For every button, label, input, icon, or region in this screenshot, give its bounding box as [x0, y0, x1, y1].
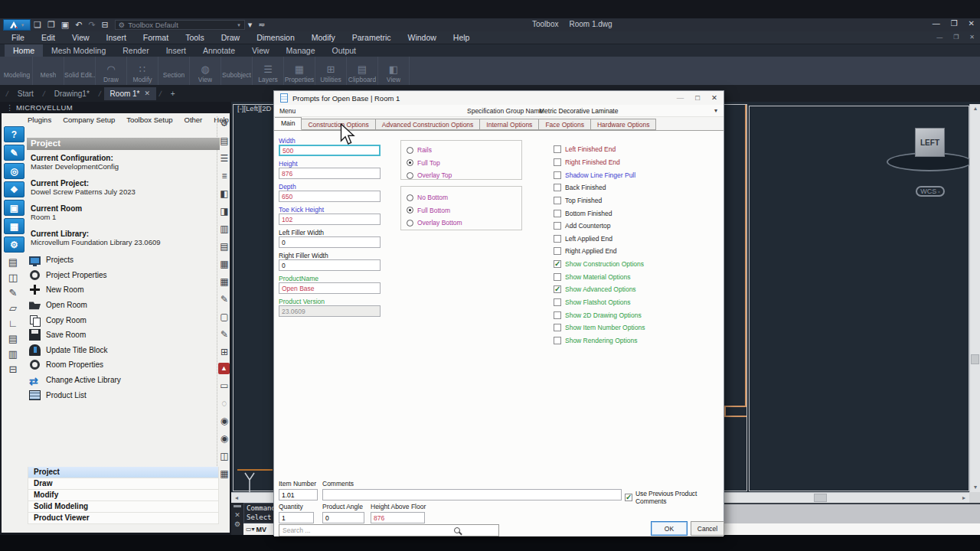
field-input[interactable]: 0 — [279, 236, 381, 248]
viewcube[interactable]: LEFT — [915, 128, 945, 157]
search-input[interactable]: Search ... — [279, 524, 499, 536]
ribbon-tab[interactable]: Mesh Modeling — [43, 44, 114, 57]
palette-menu-item[interactable]: Company Setup — [63, 116, 115, 124]
ribbon-button[interactable]: Section — [158, 57, 190, 85]
accordion-section[interactable]: Draw — [28, 478, 219, 490]
checkbox-row[interactable]: Back Finished — [554, 181, 714, 194]
dialog-tab[interactable]: Hardware Options — [591, 119, 657, 130]
item-number-field[interactable]: 1.01 — [279, 489, 318, 500]
redo-icon[interactable]: ↷ — [85, 19, 98, 31]
file-tab[interactable]: Room 1*✕ — [104, 87, 156, 100]
ribbon-tab[interactable]: Home — [5, 44, 43, 57]
ok-button[interactable]: OK — [651, 521, 688, 536]
checkbox-row[interactable]: Show Construction Options — [554, 258, 714, 271]
ribbon-button[interactable]: Solid Edit... — [64, 57, 96, 85]
ruler-icon[interactable]: ∟ — [5, 318, 21, 330]
chevron-down-icon[interactable]: ▾ — [714, 107, 717, 114]
menu-item[interactable]: Parametric — [344, 33, 400, 42]
ribbon-button[interactable]: ◠ Draw — [96, 57, 127, 85]
ribbon-tab[interactable]: Manage — [278, 44, 324, 57]
dimension-icon[interactable]: ▭ — [217, 379, 231, 393]
scroll-up-icon[interactable]: ▴ — [970, 104, 980, 113]
export-file-icon[interactable]: ▥ — [5, 348, 21, 360]
restore-icon[interactable]: ❐ — [951, 34, 961, 41]
checkbox-row[interactable]: Right Finished End — [554, 156, 714, 169]
undo-icon[interactable]: ↶ — [72, 19, 85, 31]
ribbon-button[interactable]: ◧ View — [378, 57, 410, 85]
checkbox[interactable] — [554, 210, 561, 217]
dialog-tab[interactable]: Main — [275, 117, 302, 130]
report-icon[interactable]: ▦ — [217, 257, 231, 272]
checkbox-row[interactable]: Bottom Finished — [554, 207, 714, 220]
radio-button[interactable] — [407, 159, 413, 166]
workspace-combo[interactable]: ⚙Toolbox Default ▾ — [115, 20, 245, 30]
radio-button[interactable] — [407, 220, 413, 227]
close-icon[interactable]: ✕ — [967, 34, 977, 41]
pencil-icon[interactable]: ✎ — [217, 292, 231, 307]
palette-menu-item[interactable]: Toolbox Setup — [126, 116, 172, 124]
ribbon-tab[interactable]: Annotate — [194, 44, 243, 57]
maximize-icon[interactable]: □ — [695, 93, 700, 102]
app-logo-button[interactable]: ▾ — [3, 19, 31, 31]
accordion-section[interactable]: Project — [28, 467, 219, 478]
ribbon-tab[interactable]: Render — [114, 44, 157, 57]
field-input[interactable]: Open Base — [279, 282, 381, 294]
restore-icon[interactable]: ❐ — [949, 19, 960, 28]
field-input[interactable]: 500 — [279, 145, 381, 156]
ribbon-button[interactable]: Mesh — [33, 57, 64, 85]
file-tab[interactable]: Drawing1* — [48, 87, 96, 100]
checkbox-row[interactable]: Show Advanced Options — [554, 283, 714, 296]
checkbox[interactable] — [554, 298, 561, 306]
selection-icon[interactable]: ◌ — [217, 396, 231, 411]
db-stack-icon[interactable]: ≡ — [217, 169, 231, 184]
checkbox[interactable] — [554, 184, 561, 191]
field-input[interactable]: 0 — [279, 259, 381, 271]
wrench-icon[interactable]: ⚙ — [231, 520, 243, 529]
wcs-badge[interactable]: WCS▫ — [916, 186, 945, 197]
menu-item[interactable]: Draw — [213, 33, 249, 42]
action-item[interactable]: Room Properties — [29, 357, 213, 373]
checkbox-row[interactable]: Top Finished — [554, 194, 714, 207]
quantity-field[interactable]: 1 — [279, 512, 314, 523]
open-folder-icon[interactable]: ❐ — [44, 19, 58, 31]
scroll-down-icon[interactable]: ▾ — [970, 483, 980, 492]
checkbox-row[interactable]: Show Item Number Options — [554, 321, 714, 334]
checkbox-row[interactable]: Right Applied End — [554, 245, 714, 258]
use-previous-checkbox[interactable] — [625, 494, 632, 501]
print-icon[interactable]: ⊟ — [99, 19, 112, 31]
print-icon[interactable]: ⊟ — [5, 364, 21, 376]
field-input[interactable]: 102 — [279, 214, 381, 225]
radio-button[interactable] — [407, 194, 413, 201]
action-item[interactable]: Change Active Library — [29, 373, 213, 388]
checkbox-row[interactable]: Add Countertop — [554, 220, 714, 233]
close-icon[interactable]: ✕ — [145, 90, 151, 97]
hide-icon[interactable]: ◉ — [217, 414, 231, 429]
brush-icon[interactable]: ✎ — [217, 328, 231, 342]
menu-item[interactable]: File — [3, 33, 33, 42]
product-angle-field[interactable]: 0 — [322, 512, 364, 523]
dialog-tab[interactable]: Internal Options — [480, 119, 539, 130]
radio-button[interactable] — [407, 207, 413, 214]
file-tab[interactable]: Start — [11, 87, 40, 100]
customize-toolbar-icon[interactable]: ≂ — [255, 19, 268, 31]
checkbox[interactable] — [554, 158, 561, 166]
menu-item[interactable]: Format — [135, 33, 177, 42]
height-above-floor-field[interactable]: 876 — [371, 512, 425, 523]
action-item[interactable]: Project Properties — [29, 268, 213, 283]
ribbon-button[interactable]: ▦ Properties — [284, 57, 315, 85]
menu-item[interactable]: Tools — [177, 33, 213, 42]
menu-item[interactable]: Insert — [98, 33, 135, 42]
scroll-right-icon[interactable]: ▸ — [959, 494, 969, 503]
ribbon-button[interactable]: Modeling — [2, 57, 33, 85]
checkbox-row[interactable]: Left Finished End — [554, 143, 714, 156]
grid-icon[interactable]: ▦ — [217, 467, 231, 481]
radio-button[interactable] — [407, 172, 413, 179]
new-file-icon[interactable]: ❏ — [31, 19, 44, 31]
accordion-section[interactable]: Product Viewer — [28, 513, 219, 524]
page-icon[interactable]: ▢ — [217, 310, 231, 324]
merge-shapes-icon[interactable]: ◫ — [217, 449, 231, 464]
field-input[interactable]: 23.0609 — [279, 305, 381, 317]
checkbox-row[interactable]: Show Rendering Options — [554, 334, 714, 347]
dialog-titlebar[interactable]: Prompts for Open Base | Room 1 — [274, 91, 724, 105]
action-item[interactable]: New Room — [29, 282, 213, 298]
